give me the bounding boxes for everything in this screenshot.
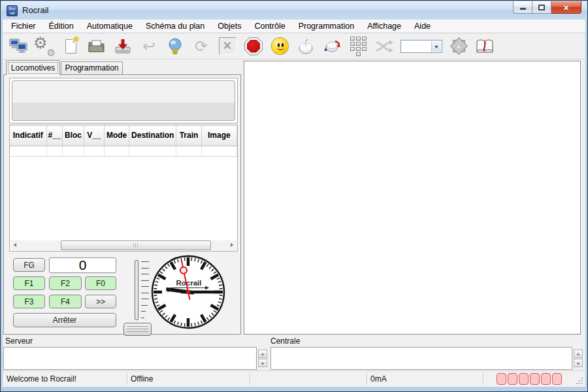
arrow-left-icon xyxy=(14,243,16,247)
menu-aide[interactable]: Aide xyxy=(408,20,437,32)
column-header-image[interactable]: Image xyxy=(201,125,237,146)
status-message: Welcome to Rocrail! xyxy=(7,374,76,384)
titlebar[interactable]: Roc rail Rocrail × xyxy=(1,1,587,20)
loco-cell xyxy=(84,146,104,156)
stop-loco-button[interactable]: Arrêter xyxy=(13,313,116,327)
rocrail-window: Roc rail Rocrail × FichierÉditionAutomat… xyxy=(0,0,588,392)
led-indicator xyxy=(541,373,551,385)
slider-handle[interactable] xyxy=(123,323,152,336)
loco-cell xyxy=(176,146,201,156)
window-controls: × xyxy=(513,1,581,14)
menu-fichier[interactable]: Fichier xyxy=(5,20,42,32)
tab-locomotives[interactable]: Locomotives xyxy=(6,60,60,75)
led-indicator xyxy=(519,373,529,385)
menu-affichage[interactable]: Affichage xyxy=(361,20,408,32)
fg-button[interactable]: FG xyxy=(13,258,45,272)
menubar: FichierÉditionAutomatiqueSchéma du planO… xyxy=(3,20,585,33)
menu-controle[interactable]: Contrôle xyxy=(248,20,291,32)
save-icon[interactable] xyxy=(113,37,133,56)
column-header-bloc[interactable]: Bloc xyxy=(63,125,84,146)
combo-dropdown-button[interactable] xyxy=(431,41,441,52)
scroll-up-button[interactable] xyxy=(574,350,583,358)
emergency-stop-icon[interactable] xyxy=(244,37,263,56)
help-book-icon[interactable] xyxy=(475,37,495,56)
loco-cell xyxy=(104,146,129,156)
column-header-indicatif[interactable]: Indicatif xyxy=(10,125,46,146)
led-indicator xyxy=(497,373,506,385)
server-log-box[interactable] xyxy=(3,347,257,370)
keypad-icon[interactable] xyxy=(348,37,368,56)
loco-cell xyxy=(63,146,84,156)
scroll-left-button[interactable] xyxy=(10,240,21,250)
column-header-train[interactable]: Train xyxy=(176,125,201,146)
undo-icon: ↩ xyxy=(139,37,159,56)
loco-image-button[interactable] xyxy=(12,80,235,121)
go-smiley-icon[interactable] xyxy=(270,37,289,56)
resize-grip[interactable] xyxy=(576,378,583,384)
new-plan-icon[interactable]: ★ xyxy=(61,37,80,56)
app-icon-text-bottom: rail xyxy=(7,11,17,16)
central-log-scroller xyxy=(574,350,583,367)
sensor-led-indicators xyxy=(497,373,562,385)
central-log-box[interactable] xyxy=(270,347,572,370)
menu-objets[interactable]: Objets xyxy=(211,20,248,32)
maximize-button[interactable] xyxy=(532,1,551,14)
minimize-icon xyxy=(520,8,526,10)
close-button[interactable]: × xyxy=(551,1,581,14)
led-indicator xyxy=(530,373,540,385)
scroll-right-button[interactable] xyxy=(226,240,237,250)
fast-clock: Rocrail xyxy=(149,253,227,331)
menu-schema-du-plan[interactable]: Schéma du plan xyxy=(139,20,211,32)
current-draw: 0mA xyxy=(370,374,387,384)
loco-cell xyxy=(201,146,237,156)
toolbar: ⚙⚙★↩⟳×▲ xyxy=(3,33,585,59)
statusbar: Welcome to Rocrail! Offline 0mA xyxy=(3,370,585,387)
minimize-button[interactable] xyxy=(513,1,532,14)
scroll-down-button[interactable] xyxy=(574,359,583,367)
cancel-icon: × xyxy=(218,37,237,56)
open-plan-icon[interactable] xyxy=(87,37,106,56)
loco-combobox[interactable] xyxy=(400,40,442,53)
more-functions-button[interactable]: >> xyxy=(85,295,116,308)
accessory-star-icon[interactable]: ▲ xyxy=(449,37,468,56)
tab-programmation[interactable]: Programmation xyxy=(61,61,123,74)
settings-gears-icon[interactable]: ⚙⚙ xyxy=(35,37,54,56)
speed-slider[interactable] xyxy=(122,256,153,336)
menu-edition[interactable]: Édition xyxy=(42,20,80,32)
column-header-mode[interactable]: Mode xyxy=(104,125,129,146)
locomotives-panel: Indicatif#__BlocV__ModeDestinationTrainI… xyxy=(3,74,241,335)
column-header-v-[interactable]: V__ xyxy=(84,125,104,146)
mouse-throttle-icon[interactable] xyxy=(296,37,316,56)
chevron-down-icon xyxy=(434,46,438,48)
window-title: Rocrail xyxy=(22,5,48,15)
shuffle-icon xyxy=(374,37,394,56)
f0-button[interactable]: F0 xyxy=(85,276,116,290)
menu-automatique[interactable]: Automatique xyxy=(80,20,139,32)
workstation-connect-icon[interactable] xyxy=(8,37,28,56)
scroll-down-button[interactable] xyxy=(258,359,267,367)
scrollbar-thumb[interactable] xyxy=(61,240,211,250)
slider-track[interactable] xyxy=(135,260,139,320)
menu-programmation[interactable]: Programmation xyxy=(292,20,361,32)
maximize-icon xyxy=(538,5,545,10)
f3-button[interactable]: F3 xyxy=(13,295,45,308)
loco-cell xyxy=(46,146,63,156)
loco-cell xyxy=(10,146,46,156)
f2-button[interactable]: F2 xyxy=(49,276,82,290)
speed-display: 0 xyxy=(49,257,116,273)
server-label: Serveur xyxy=(5,336,33,346)
f4-button[interactable]: F4 xyxy=(49,295,82,308)
rotary-knob-icon[interactable] xyxy=(322,37,342,56)
scroll-up-button[interactable] xyxy=(258,350,267,358)
f1-button[interactable]: F1 xyxy=(13,276,45,290)
horizontal-scrollbar[interactable] xyxy=(10,240,237,250)
app-icon-text-top: Roc xyxy=(7,7,17,11)
clock-brand-text: Rocrail xyxy=(176,279,202,287)
power-lamp-icon[interactable] xyxy=(165,37,185,56)
central-label: Centrale xyxy=(270,336,300,346)
loco-table[interactable]: Indicatif#__BlocV__ModeDestinationTrainI… xyxy=(10,125,237,157)
column-header-destination[interactable]: Destination xyxy=(129,125,176,146)
column-header--[interactable]: #__ xyxy=(46,125,63,146)
loco-cell xyxy=(129,146,176,156)
led-indicator xyxy=(552,373,562,385)
